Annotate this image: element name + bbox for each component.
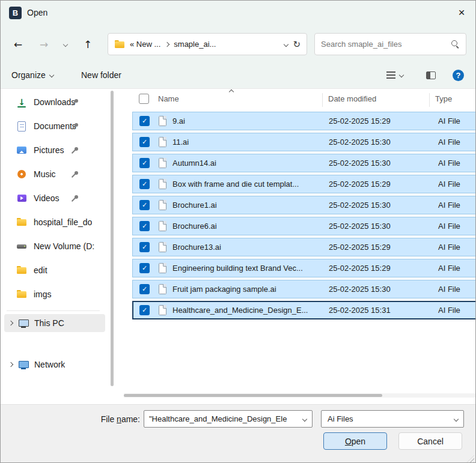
sidebar-item[interactable]: Documents (1, 114, 109, 138)
sidebar-item[interactable]: Pictures (1, 138, 109, 162)
forward-button[interactable]: → (35, 35, 53, 53)
sidebar-item-label: Documents (34, 121, 76, 131)
help-button[interactable]: ? (449, 65, 468, 85)
table-row[interactable]: ✓ Brochure13.ai 25-02-2025 15:29 AI File (132, 238, 476, 256)
file-icon (159, 158, 166, 168)
organize-label: Organize (11, 70, 46, 80)
row-checkbox[interactable]: ✓ (139, 284, 150, 294)
chevron-right-icon[interactable] (8, 321, 13, 325)
row-checkbox[interactable]: ✓ (139, 200, 150, 210)
row-checkbox[interactable]: ✓ (139, 242, 150, 252)
help-icon: ? (453, 70, 464, 81)
horizontal-scrollbar-thumb[interactable] (124, 394, 382, 397)
table-row[interactable]: ✓ Fruit jam packaging sample.ai 25-02-20… (132, 280, 476, 298)
sidebar-item[interactable]: imgs (1, 282, 109, 306)
file-date: 25-02-2025 15:30 (329, 201, 419, 210)
cancel-button[interactable]: Cancel (398, 432, 462, 450)
row-checkbox[interactable]: ✓ (139, 305, 150, 315)
search-input[interactable] (321, 40, 451, 49)
table-row[interactable]: ✓ Engineering building text Brand Vec...… (132, 259, 476, 277)
file-name-input[interactable] (144, 414, 303, 423)
tree-item-label: Network (34, 360, 65, 369)
file-name: Brochure6.ai (172, 222, 324, 231)
chevron-down-icon (454, 416, 459, 421)
file-name: Brochure1.ai (172, 201, 324, 210)
chevron-down-icon[interactable] (302, 416, 307, 421)
row-checkbox[interactable]: ✓ (139, 179, 150, 189)
column-divider[interactable] (322, 93, 323, 107)
column-header-date[interactable]: Date modified (328, 94, 376, 103)
table-row[interactable]: ✓ Brochure1.ai 25-02-2025 15:30 AI File (132, 196, 476, 214)
row-checkbox[interactable]: ✓ (139, 158, 150, 168)
file-icon (159, 137, 166, 147)
select-all-checkbox[interactable] (139, 94, 149, 104)
check-icon: ✓ (142, 201, 147, 209)
table-row[interactable]: ✓ 9.ai 25-02-2025 15:29 AI File (132, 112, 476, 130)
sidebar-item[interactable]: Downloads (1, 90, 109, 114)
file-date: 25-02-2025 15:29 (329, 264, 419, 273)
file-name-combobox[interactable] (144, 410, 313, 428)
column-header-type[interactable]: Type (435, 94, 452, 103)
sidebar-separator (7, 310, 100, 311)
horizontal-scrollbar[interactable] (124, 393, 475, 398)
breadcrumb-overflow[interactable]: « New ... (130, 40, 160, 49)
sidebar-item-label: imgs (34, 289, 52, 299)
check-icon: ✓ (142, 264, 147, 272)
search-box[interactable] (314, 33, 466, 55)
check-icon: ✓ (142, 222, 147, 230)
row-checkbox[interactable]: ✓ (139, 263, 150, 273)
sidebar-scrollbar[interactable] (111, 91, 114, 386)
pin-icon (72, 171, 79, 178)
file-date: 25-02-2025 15:30 (329, 138, 419, 147)
open-button-label: Open (345, 437, 365, 446)
file-type-dropdown[interactable]: Ai Files (321, 410, 464, 428)
close-button[interactable]: × (448, 1, 475, 25)
pin-icon (72, 195, 79, 202)
chevron-right-icon[interactable] (8, 362, 13, 367)
table-row[interactable]: ✓ Box with frame and die cut templat... … (132, 175, 476, 193)
file-type: AI File (438, 159, 476, 168)
new-folder-button[interactable]: New folder (78, 65, 125, 85)
sidebar-item[interactable]: Videos (1, 186, 109, 210)
up-button[interactable]: ↑ (79, 35, 97, 53)
recent-locations-button[interactable] (60, 35, 72, 53)
preview-pane-button[interactable] (423, 65, 439, 85)
sidebar-item-icon (16, 97, 27, 107)
view-mode-button[interactable] (383, 65, 407, 85)
toolbar: Organize New folder ? (1, 63, 475, 87)
address-dropdown-icon[interactable] (284, 41, 288, 46)
sidebar-tree-item[interactable]: This PC (4, 314, 105, 332)
sidebar-item[interactable]: hospital_file_do (1, 210, 109, 234)
resize-grip[interactable] (467, 455, 474, 462)
chevron-down-icon (49, 73, 54, 77)
breadcrumb-current[interactable]: smaple_ai... (174, 40, 216, 49)
table-row[interactable]: ✓ 11.ai 25-02-2025 15:30 AI File (132, 133, 476, 151)
file-type: AI File (438, 264, 476, 273)
file-name: Engineering building text Brand Vec... (172, 264, 324, 273)
column-divider[interactable] (429, 93, 430, 107)
tree-item-icon (18, 359, 29, 370)
row-checkbox[interactable]: ✓ (139, 137, 150, 147)
column-header-name[interactable]: Name (158, 94, 179, 103)
open-button[interactable]: Open (323, 432, 387, 450)
table-row[interactable]: ✓ Brochure6.ai 25-02-2025 15:30 AI File (132, 217, 476, 235)
open-dialog: B Open × ← → ↑ « New ... (0, 0, 476, 463)
breadcrumb-separator-icon (165, 41, 169, 46)
sidebar-item[interactable]: edit (1, 258, 109, 282)
sidebar-item-label: Videos (34, 193, 60, 203)
organize-button[interactable]: Organize (8, 65, 57, 85)
refresh-icon[interactable]: ↻ (293, 39, 301, 50)
sidebar-item-label: Pictures (34, 145, 64, 155)
sidebar-item[interactable]: New Volume (D: (1, 234, 109, 258)
row-checkbox[interactable]: ✓ (139, 116, 150, 126)
file-icon (159, 242, 166, 252)
address-bar[interactable]: « New ... smaple_ai... ↻ (108, 33, 307, 55)
row-checkbox[interactable]: ✓ (139, 221, 150, 231)
table-row[interactable]: ✓ Autumn14.ai 25-02-2025 15:30 AI File (132, 154, 476, 172)
sidebar-tree-item[interactable]: Network (4, 356, 105, 374)
back-button[interactable]: ← (9, 35, 27, 53)
sidebar-item-icon (16, 121, 27, 132)
sidebar-item[interactable]: Music (1, 162, 109, 186)
file-type: AI File (438, 243, 476, 252)
table-row[interactable]: ✓ Healthcare_and_Medicine_Design_E... 25… (132, 301, 476, 319)
